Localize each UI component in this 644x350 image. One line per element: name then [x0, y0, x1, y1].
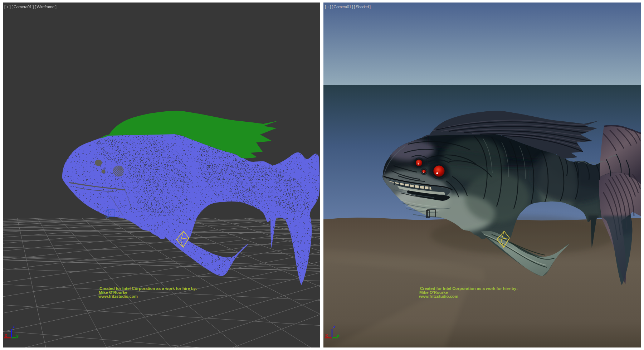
- svg-text:z: z: [13, 324, 15, 329]
- svg-text:y: y: [337, 333, 340, 338]
- svg-text:z: z: [333, 324, 336, 329]
- svg-text:x: x: [325, 332, 328, 338]
- svg-text:[ + ] [ Camera01 ] [ Shaded ]: [ + ] [ Camera01 ] [ Shaded ]: [325, 5, 371, 9]
- svg-text:[ + ] [ Camera01 ] [ Wireframe: [ + ] [ Camera01 ] [ Wireframe ]: [4, 5, 57, 9]
- svg-text:www.fritzstudio.com: www.fritzstudio.com: [98, 294, 138, 298]
- svg-text:x: x: [5, 332, 8, 338]
- svg-text:y: y: [16, 333, 19, 338]
- svg-text:www.fritzstudio.com: www.fritzstudio.com: [419, 294, 458, 298]
